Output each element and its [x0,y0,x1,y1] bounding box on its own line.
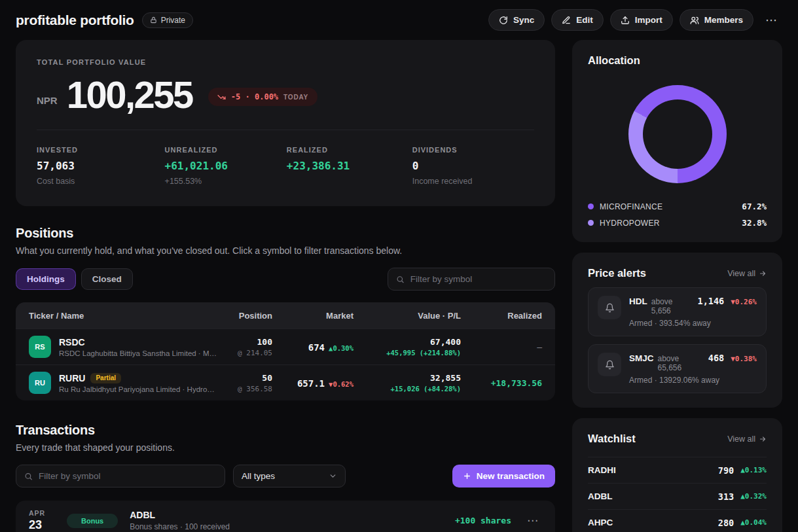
ticker-symbol[interactable]: RURU [59,373,85,383]
price-alert-row[interactable]: SMJC above 65,656 468 ▼0.38% Armed · 139… [588,344,767,393]
positions-section: Positions What you currently hold, and w… [16,226,555,400]
edit-button[interactable]: Edit [551,9,604,31]
alerts-view-all-button[interactable]: View all [727,269,767,278]
col-ticker-name: Ticker / Name [29,311,217,321]
alert-price: 1,146 [698,296,725,306]
header-actions: Sync Edit Import Members ⋯ [488,9,782,31]
company-name: Ru Ru Jalbidhyut Pariyojana Limited · Hy… [59,385,217,393]
sync-label: Sync [513,15,534,25]
watchlist-card: Watchlist View all RADHI 790 ▲0.13% ADBL… [572,418,782,532]
legend-value: 32.8% [742,218,767,228]
edit-label: Edit [576,15,593,25]
position-name-cell: RU RURU Partial Ru Ru Jalbidhyut Pariyoj… [29,372,217,394]
day-change-value: -5 · 0.00% [231,92,278,101]
transaction-row[interactable]: APR 23 Bonus ADBL Bonus shares · 100 rec… [16,501,555,532]
tab-closed[interactable]: Closed [81,268,133,290]
stat-sub: +155.53% [165,177,287,186]
position-pl: +45,995 (+214.88%) [354,349,461,357]
positions-table-header: Ticker / Name Position Market Value · P/… [16,302,555,328]
position-name-cell: RS RSDC RSDC Laghubitta Bittiya Sanstha … [29,336,217,358]
transaction-amount: +100 shares [455,516,511,525]
search-icon [396,275,405,284]
tab-holdings[interactable]: Holdings [16,268,76,290]
transactions-filter-input[interactable] [39,471,217,481]
alert-change: ▼0.26% [731,298,757,306]
type-filter-select[interactable]: All types [233,465,346,488]
import-button[interactable]: Import [610,9,673,31]
realized-cell: – [461,342,542,352]
allocation-legend: MICROFINANCE 67.2% HYDROPOWER 32.8% [588,202,767,228]
members-button[interactable]: Members [680,9,753,31]
alert-symbol: HDL [629,296,647,306]
watchlist-view-all-button[interactable]: View all [727,434,767,444]
ticker-symbol[interactable]: RSDC [59,337,85,347]
bell-icon [605,303,615,313]
legend-item: MICROFINANCE 67.2% [588,202,767,211]
position-qty: 50 [217,373,272,383]
stat-label: REALIZED [287,146,412,154]
position-row-rsdc[interactable]: RS RSDC RSDC Laghubitta Bittiya Sanstha … [16,328,555,364]
watchlist-row[interactable]: RADHI 790 ▲0.13% [588,457,767,483]
transaction-detail: Bonus shares · 100 received [130,522,230,531]
ticker-avatar: RU [29,372,51,394]
new-transaction-button[interactable]: New transaction [452,465,555,488]
summary-label: TOTAL PORTFOLIO VALUE [37,58,534,66]
day-change-period: TODAY [283,94,308,101]
alert-change: ▼0.38% [731,355,757,363]
stat-value: 0 [412,160,534,172]
portfolio-value-row: NPR 100,255 -5 · 0.00% TODAY [37,77,534,113]
allocation-title: Allocation [588,54,640,67]
stat-sub: Cost basis [37,177,165,186]
price-alert-row[interactable]: HDL above 5,656 1,146 ▼0.26% Armed · 393… [588,287,767,336]
transactions-filter[interactable] [16,465,225,488]
watchlist-change: ▲0.13% [740,466,767,474]
value-pl-cell: 32,855 +15,026 (+84.28%) [354,373,461,393]
portfolio-total-value: 100,255 [67,77,192,113]
position-qty: 100 [217,337,272,347]
page-title: profitable portfolio [16,12,134,28]
members-icon [690,16,699,25]
legend-label: HYDROPOWER [600,219,660,228]
search-icon [24,472,33,481]
transactions-section: Transactions Every trade that shaped you… [16,423,555,532]
watchlist-symbol: RADHI [588,465,616,475]
legend-dot [588,204,594,209]
watchlist-price: 280 [718,518,734,528]
position-row-ruru[interactable]: RU RURU Partial Ru Ru Jalbidhyut Pariyoj… [16,364,555,400]
watchlist-change: ▲0.04% [740,518,767,527]
chevron-down-icon [329,472,337,480]
watchlist-row[interactable]: AHPC 280 ▲0.04% [588,509,767,532]
day-change-badge: -5 · 0.00% TODAY [208,88,317,106]
realized-cell: +18,733.56 [461,378,542,388]
transaction-more-button[interactable]: ⋯ [523,512,542,529]
members-label: Members [704,15,743,25]
transaction-symbol: ADBL [130,510,230,520]
market-price-change: ▲0.30% [329,344,354,352]
positions-subtitle: What you currently hold, and what you've… [16,245,555,256]
arrow-right-icon [759,270,767,277]
stat-label: UNREALIZED [165,146,287,154]
alert-condition: above 65,656 [658,354,704,372]
more-button[interactable]: ⋯ [760,10,782,30]
ticker-avatar: RS [29,336,51,358]
trending-down-icon [217,93,226,101]
alert-status: Armed · 13929.06% away [629,376,757,385]
col-realized: Realized [461,311,542,321]
watchlist-header: Watchlist View all [588,433,767,445]
allocation-donut [628,85,727,183]
positions-filter[interactable] [388,268,555,291]
transactions-controls: All types New transaction [16,465,555,488]
alert-body: HDL above 5,656 1,146 ▼0.26% Armed · 393… [629,296,757,328]
view-all-label: View all [727,269,755,278]
upload-icon [621,16,630,25]
sync-button[interactable]: Sync [488,9,545,31]
bell-icon-wrap [598,296,621,319]
watchlist-row[interactable]: ADBL 313 ▲0.32% [588,483,767,509]
transaction-day: 23 [29,518,55,532]
price-alerts-header: Price alerts View all [588,267,767,279]
positions-filter-input[interactable] [410,274,547,284]
price-alerts-title: Price alerts [588,267,646,279]
market-price: 674 [308,342,325,353]
transaction-type-badge: Bonus [67,514,118,528]
col-market: Market [272,311,354,321]
